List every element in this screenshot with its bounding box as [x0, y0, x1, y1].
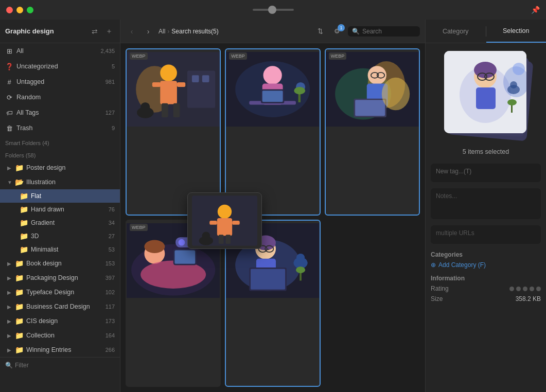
folder-illustration[interactable]: ▼ 📂 Illustration: [0, 175, 120, 189]
swap-icon[interactable]: ⇄: [89, 26, 100, 37]
close-button[interactable]: [6, 7, 13, 13]
search-icon: 🔍: [352, 28, 360, 35]
folder-count: 164: [105, 332, 115, 338]
rating-dot-2[interactable]: [516, 287, 521, 291]
folder-icon: 📁: [20, 232, 28, 240]
sidebar-item-uncategorized[interactable]: ❓ Uncategorized 5: [0, 59, 120, 74]
sidebar-item-trash[interactable]: 🗑 Trash 9: [0, 120, 120, 136]
zoom-slider[interactable]: [253, 9, 294, 11]
sidebar-item-label: Untagged: [16, 78, 102, 85]
folder-icon: 📁: [15, 331, 24, 340]
minimize-button[interactable]: [16, 7, 23, 13]
search-input[interactable]: [362, 28, 416, 35]
folder-winning-entries[interactable]: ▶ 📁 Winning Entries 266: [0, 343, 120, 357]
subfolder-hand-drawn[interactable]: 📁 Hand drawn 76: [0, 203, 120, 216]
subfolder-label: Gradient: [31, 219, 106, 226]
sidebar-item-count: 981: [105, 79, 115, 85]
maximize-button[interactable]: [27, 7, 33, 13]
rating-dot-4[interactable]: [530, 287, 534, 291]
panel-preview-area: [426, 43, 546, 146]
breadcrumb-root[interactable]: All: [158, 28, 165, 35]
tab-category[interactable]: Category: [426, 20, 486, 43]
sidebar-item-all-tags[interactable]: 🏷 All Tags 127: [0, 105, 120, 120]
sidebar-item-label: All: [16, 47, 97, 55]
grid-item-1[interactable]: WEBP: [126, 48, 221, 216]
tab-selection[interactable]: Selection: [486, 20, 547, 43]
tags-icon: 🏷: [5, 109, 13, 117]
sidebar-item-count: 127: [105, 110, 115, 116]
folder-open-icon: 📂: [15, 178, 24, 186]
folder-packaging-design[interactable]: ▶ 📁 Packaging Design 397: [0, 271, 120, 285]
subfolder-flat[interactable]: 📁 Flat: [0, 189, 120, 203]
subfolder-label: Hand drawn: [31, 206, 106, 213]
svg-rect-3: [160, 81, 177, 104]
grid-item-2[interactable]: WEBP: [225, 48, 320, 216]
panel-header: Category Selection: [426, 20, 546, 43]
folder-book-design[interactable]: ▶ 📁 Book design 153: [0, 256, 120, 271]
chevron-right-icon: ▶: [7, 261, 12, 266]
webp-badge: WEBP: [229, 52, 247, 60]
subfolder-minimalist[interactable]: 📁 Minimalist 53: [0, 243, 120, 256]
folder-poster-design[interactable]: ▶ 📁 Poster design: [0, 161, 120, 175]
svg-rect-38: [174, 251, 195, 264]
folder-typeface-design[interactable]: ▶ 📁 Typeface Design 102: [0, 285, 120, 299]
filter-badge: 1: [338, 24, 345, 31]
svg-rect-21: [298, 93, 301, 102]
svg-rect-54: [300, 272, 302, 280]
sort-button[interactable]: ⇅: [314, 25, 326, 38]
folder-count: 173: [105, 318, 115, 324]
filter-input[interactable]: [15, 362, 115, 369]
rating-row: Rating: [431, 285, 541, 292]
folder-locked-icon: 📁: [20, 192, 28, 200]
sidebar-item-random[interactable]: ⟳ Random: [0, 90, 120, 105]
svg-rect-5: [177, 82, 185, 87]
urls-field[interactable]: multiple URLs: [431, 225, 541, 244]
subfolder-3d[interactable]: 📁 3D 27: [0, 229, 120, 243]
grid-item-3[interactable]: WEBP: [325, 48, 420, 216]
notes-placeholder: Notes...: [436, 192, 457, 200]
svg-rect-60: [232, 221, 240, 225]
sidebar-item-untagged[interactable]: # Untagged 981: [0, 74, 120, 90]
sidebar-item-count: 2,435: [100, 48, 115, 54]
chevron-right-icon: ▶: [7, 333, 12, 338]
svg-point-75: [510, 81, 517, 88]
svg-point-53: [296, 254, 305, 262]
svg-point-64: [202, 231, 210, 240]
svg-point-55: [296, 266, 305, 273]
new-tag-field[interactable]: New tag...(T): [431, 164, 541, 182]
trash-icon: 🗑: [5, 124, 13, 132]
information-section: Information Rating Size 358.2 KB: [426, 271, 546, 308]
pin-icon[interactable]: 📌: [531, 6, 540, 14]
subfolder-gradient[interactable]: 📁 Gradient 34: [0, 216, 120, 229]
sidebar-item-count: 5: [112, 63, 115, 69]
rating-dot-1[interactable]: [509, 287, 514, 291]
folder-cis-design[interactable]: ▶ 📁 CIS design 173: [0, 314, 120, 328]
drag-preview-tooltip: [187, 192, 262, 249]
svg-rect-11: [192, 75, 199, 82]
rating-dot-3[interactable]: [523, 287, 527, 291]
filter-button[interactable]: ⚙ 1: [330, 25, 344, 38]
svg-rect-61: [219, 235, 224, 244]
grid-item-image: [326, 49, 419, 129]
rating-dot-5[interactable]: [536, 287, 541, 291]
folder-business-card[interactable]: ▶ 📁 Business Card Design 117: [0, 299, 120, 314]
rating-dots[interactable]: [509, 287, 541, 291]
folder-count: 153: [105, 260, 115, 266]
folder-collection[interactable]: ▶ 📁 Collection 164: [0, 328, 120, 343]
forward-button[interactable]: ›: [142, 25, 154, 38]
filter-icon: 🔍: [5, 362, 13, 369]
svg-point-32: [381, 78, 409, 110]
rating-label: Rating: [431, 285, 449, 292]
notes-field[interactable]: Notes...: [431, 188, 541, 219]
add-icon[interactable]: ＋: [103, 26, 115, 37]
stacked-preview: [441, 51, 531, 138]
sidebar-item-label: All Tags: [16, 109, 102, 116]
information-label: Information: [431, 275, 541, 282]
search-box: 🔍: [348, 26, 420, 37]
add-category-button[interactable]: ⊕ Add Category (F): [431, 261, 541, 269]
subfolder-count: 53: [109, 246, 115, 253]
back-button[interactable]: ‹: [126, 25, 138, 38]
sidebar-item-all[interactable]: ⊞ All 2,435: [0, 43, 120, 59]
categories-label: Categories: [431, 251, 541, 258]
categories-section: Categories ⊕ Add Category (F): [426, 247, 546, 271]
